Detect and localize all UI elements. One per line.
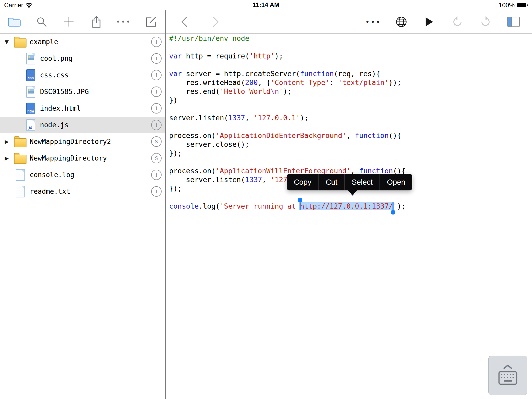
forward-button[interactable] bbox=[209, 15, 223, 29]
code-token: 1337 bbox=[245, 176, 262, 184]
code-token: 'text/plain' bbox=[338, 78, 389, 87]
code-token: #!/usr/bin/env node bbox=[169, 34, 249, 42]
ellipsis-icon: ••• bbox=[365, 18, 381, 26]
code-line[interactable] bbox=[169, 43, 532, 52]
info-button[interactable]: I bbox=[151, 87, 162, 97]
code-line[interactable]: console.log('Server running at http://12… bbox=[169, 202, 532, 211]
play-icon bbox=[425, 17, 434, 27]
redo-button[interactable] bbox=[478, 15, 493, 29]
code-token: ' bbox=[279, 87, 283, 95]
code-token: server.listen( bbox=[169, 176, 245, 184]
code-editor-app: Carrier 11:14 AM 100% bbox=[0, 0, 532, 399]
dismiss-keyboard-button[interactable] bbox=[488, 356, 527, 395]
file-file-icon bbox=[14, 168, 26, 182]
info-button[interactable]: I bbox=[151, 170, 162, 180]
selection-handle-end[interactable] bbox=[393, 202, 394, 210]
file-name: node.js bbox=[40, 121, 151, 129]
code-line[interactable]: }); bbox=[169, 149, 532, 158]
undo-button[interactable] bbox=[450, 15, 464, 29]
code-token: 'Server running at bbox=[220, 202, 300, 210]
file-row-NewMappingDirectory2[interactable]: ▶NewMappingDirectory2S bbox=[0, 133, 165, 150]
info-button[interactable]: I bbox=[151, 120, 162, 130]
info-button[interactable]: I bbox=[151, 70, 162, 80]
sync-status-button[interactable]: S bbox=[151, 136, 162, 147]
info-button[interactable]: I bbox=[151, 53, 162, 64]
search-icon bbox=[36, 16, 48, 28]
sync-status-button[interactable]: S bbox=[151, 153, 162, 163]
disclosure-expanded-icon[interactable]: ▼ bbox=[5, 39, 14, 45]
code-line[interactable]: server.close(); bbox=[169, 140, 532, 149]
preview-in-browser-button[interactable] bbox=[394, 15, 408, 29]
keyboard-icon bbox=[496, 364, 520, 386]
code-line[interactable]: res.writeHead(200, {'Content-Type': 'tex… bbox=[169, 78, 532, 87]
code-token: process.on( bbox=[169, 167, 216, 175]
info-button[interactable]: I bbox=[151, 37, 162, 47]
more-button[interactable]: ••• bbox=[117, 15, 131, 29]
disclosure-collapsed-icon[interactable]: ▶ bbox=[5, 155, 14, 161]
code-line[interactable] bbox=[169, 122, 532, 131]
toggle-sidebar-button[interactable] bbox=[507, 15, 521, 29]
file-name: index.html bbox=[40, 104, 151, 112]
code-token: : bbox=[330, 78, 338, 87]
code-line[interactable]: }) bbox=[169, 96, 532, 105]
chevron-left-icon bbox=[181, 16, 188, 28]
file-file-icon bbox=[14, 185, 26, 198]
share-icon bbox=[91, 16, 102, 28]
code-line[interactable]: #!/usr/bin/env node bbox=[169, 34, 532, 43]
code-line[interactable]: server.listen(1337, '127.0.0.1'); bbox=[169, 114, 532, 122]
code-token: }); bbox=[169, 149, 182, 157]
code-token: ); bbox=[275, 52, 283, 60]
files-folder-button[interactable] bbox=[7, 15, 21, 29]
run-button[interactable] bbox=[422, 15, 436, 29]
file-row-example[interactable]: ▼exampleI bbox=[0, 34, 165, 50]
editor-panel: ••• bbox=[166, 10, 532, 399]
code-line[interactable]: var http = require('http'); bbox=[169, 52, 532, 61]
context-menu-item-cut[interactable]: Cut bbox=[318, 174, 344, 190]
file-name: NewMappingDirectory bbox=[30, 154, 151, 162]
code-line[interactable]: var server = http.createServer(function(… bbox=[169, 69, 532, 78]
selection-handle-start[interactable] bbox=[300, 202, 301, 210]
back-button[interactable] bbox=[177, 15, 191, 29]
more-actions-button[interactable]: ••• bbox=[366, 15, 380, 29]
undo-icon bbox=[452, 16, 463, 28]
share-button[interactable] bbox=[89, 15, 103, 29]
code-area[interactable]: #!/usr/bin/env nodevar http = require('h… bbox=[166, 34, 532, 399]
info-button[interactable]: I bbox=[151, 103, 162, 114]
add-button[interactable] bbox=[62, 15, 76, 29]
split-panels-icon bbox=[507, 16, 520, 27]
code-line[interactable] bbox=[169, 105, 532, 114]
file-row-cool.png[interactable]: cool.pngI bbox=[0, 50, 165, 67]
file-row-DSC01585.JPG[interactable]: DSC01585.JPGI bbox=[0, 83, 165, 100]
file-name: readme.txt bbox=[30, 188, 151, 195]
battery-percent: 100% bbox=[499, 2, 515, 9]
code-token: '127.0.0.1' bbox=[254, 114, 300, 122]
disclosure-collapsed-icon[interactable]: ▶ bbox=[5, 138, 14, 145]
file-browser-panel: ••• ▼exampleIcool.pngIcsscss.cssIDSC0158… bbox=[0, 10, 166, 399]
file-row-css.css[interactable]: csscss.cssI bbox=[0, 67, 165, 83]
code-line[interactable]: process.on('ApplicationDidEnterBackgroun… bbox=[169, 131, 532, 140]
file-name: example bbox=[30, 38, 151, 46]
clock: 11:14 AM bbox=[0, 1, 532, 9]
file-row-NewMappingDirectory[interactable]: ▶NewMappingDirectoryS bbox=[0, 150, 165, 167]
code-token: server = http.createServer( bbox=[182, 70, 300, 78]
code-token: function bbox=[355, 131, 389, 139]
code-token: , bbox=[245, 114, 254, 122]
code-line[interactable] bbox=[169, 158, 532, 167]
search-button[interactable] bbox=[35, 15, 49, 29]
info-button[interactable]: I bbox=[151, 186, 162, 197]
context-menu-item-open[interactable]: Open bbox=[380, 174, 412, 190]
compose-button[interactable] bbox=[144, 15, 158, 29]
context-menu-item-select[interactable]: Select bbox=[344, 174, 380, 190]
code-line[interactable]: res.end('Hello World\n'); bbox=[169, 87, 532, 96]
file-row-node.js[interactable]: jsnode.jsI bbox=[0, 117, 165, 133]
css-file-icon: css bbox=[24, 68, 37, 82]
file-row-index.html[interactable]: htmindex.htmlI bbox=[0, 100, 165, 117]
status-bar: Carrier 11:14 AM 100% bbox=[0, 0, 532, 10]
context-menu-item-copy[interactable]: Copy bbox=[287, 174, 318, 190]
code-line[interactable] bbox=[169, 61, 532, 69]
file-row-readme.txt[interactable]: readme.txtI bbox=[0, 183, 165, 200]
file-row-console.log[interactable]: console.logI bbox=[0, 167, 165, 183]
folder-file-icon bbox=[14, 35, 26, 49]
carrier-label: Carrier bbox=[4, 2, 23, 9]
code-token: ); bbox=[397, 202, 406, 210]
